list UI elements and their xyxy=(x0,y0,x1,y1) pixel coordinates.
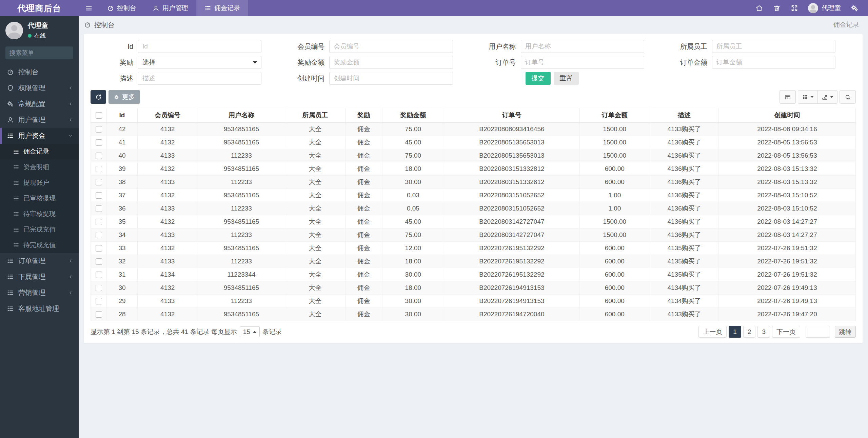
row-checkbox[interactable] xyxy=(96,126,102,133)
description-input[interactable] xyxy=(138,72,261,85)
table-cell: 2022-08-03 14:27:27 xyxy=(719,228,856,242)
reward-select[interactable]: 选择 xyxy=(138,56,261,69)
row-checkbox[interactable] xyxy=(96,272,102,278)
sidebar-subitem-withdraw-accounts[interactable]: 提现账户 xyxy=(0,175,79,191)
sidebar-item-service-address[interactable]: 客服地址管理 xyxy=(0,301,79,317)
trash-button[interactable] xyxy=(769,4,784,12)
table-row: 384133112233大全佣金30.00B202208031513328126… xyxy=(91,176,856,189)
nav-tab-dashboard[interactable]: 控制台 xyxy=(99,0,144,16)
table-cell: 1500.00 xyxy=(579,215,650,228)
user-name-input[interactable] xyxy=(521,40,644,53)
page-size-select[interactable]: 15 xyxy=(240,326,260,337)
member-no-input[interactable] xyxy=(329,40,453,53)
navbar-tabs: 控制台 用户管理 佣金记录 xyxy=(79,0,752,16)
sidebar-subitem-commission-records[interactable]: 佣金记录 xyxy=(0,144,79,159)
sidebar-subitem-label: 已审核提现 xyxy=(23,194,56,203)
reset-button[interactable]: 重置 xyxy=(554,72,579,85)
staff-input[interactable] xyxy=(712,40,835,53)
fullscreen-button[interactable] xyxy=(787,4,802,12)
list-icon xyxy=(13,164,19,171)
table-row: 3541329534851165大全佣金45.00B20220803142727… xyxy=(91,215,856,228)
jump-button[interactable]: 跳转 xyxy=(835,326,856,338)
sidebar-item-order-management[interactable]: 订单管理 xyxy=(0,253,79,269)
sidebar-subitem-fund-details[interactable]: 资金明细 xyxy=(0,159,79,175)
table-row: 344133112233大全佣金75.00B202208031427270471… xyxy=(91,228,856,242)
order-no-input[interactable] xyxy=(521,56,644,69)
search-toggle-button[interactable] xyxy=(840,90,856,104)
reward-amount-input[interactable] xyxy=(329,56,453,69)
page-button-2[interactable]: 2 xyxy=(743,326,756,338)
table-cell: 4136购买了 xyxy=(650,202,719,215)
table-cell: 4132 xyxy=(137,136,198,149)
menu-search-input[interactable] xyxy=(9,49,88,57)
nav-tab-commission[interactable]: 佣金记录 xyxy=(196,0,248,16)
table-cell: 45.00 xyxy=(382,215,444,228)
column-header: 订单金额 xyxy=(579,108,650,123)
table-cell: 佣金 xyxy=(346,162,382,176)
sidebar-subitem-approved-withdrawals[interactable]: 已审核提现 xyxy=(0,191,79,206)
prev-page-button[interactable]: 上一页 xyxy=(698,326,727,338)
order-amount-input[interactable] xyxy=(712,56,835,69)
row-checkbox[interactable] xyxy=(96,139,102,146)
sidebar-item-label: 用户资金 xyxy=(18,131,64,140)
sidebar-item-permissions[interactable]: 权限管理 xyxy=(0,80,79,96)
row-checkbox[interactable] xyxy=(96,192,102,199)
filter-field-staff: 所属员工 xyxy=(665,40,856,53)
table-cell: 600.00 xyxy=(579,242,650,255)
submit-button[interactable]: 提交 xyxy=(526,72,551,85)
row-checkbox[interactable] xyxy=(96,153,102,159)
sidebar-item-subordinate-management[interactable]: 下属管理 xyxy=(0,269,79,285)
export-button[interactable] xyxy=(817,90,837,104)
row-checkbox[interactable] xyxy=(96,166,102,172)
table-cell: 9534851165 xyxy=(198,123,285,136)
sidebar-item-user-management[interactable]: 用户管理 xyxy=(0,112,79,128)
settings-button[interactable] xyxy=(847,4,862,12)
row-checkbox[interactable] xyxy=(96,285,102,291)
sidebar-toggle-button[interactable] xyxy=(79,0,99,16)
sidebar-subitem-completed-recharges[interactable]: 已完成充值 xyxy=(0,222,79,237)
detail-view-button[interactable] xyxy=(780,90,796,104)
sidebar-item-marketing-management[interactable]: 营销管理 xyxy=(0,285,79,301)
more-button[interactable]: 更多 xyxy=(108,90,140,104)
columns-button[interactable] xyxy=(798,90,818,104)
table-cell: 佣金 xyxy=(346,123,382,136)
row-checkbox[interactable] xyxy=(96,311,102,318)
row-checkbox[interactable] xyxy=(96,179,102,185)
nav-tab-users[interactable]: 用户管理 xyxy=(144,0,196,16)
home-button[interactable] xyxy=(752,4,767,12)
row-checkbox[interactable] xyxy=(96,219,102,225)
sidebar-subitem-pending-recharges[interactable]: 待完成充值 xyxy=(0,237,79,253)
sidebar-item-user-funds[interactable]: 用户资金 xyxy=(0,128,79,144)
row-select-cell xyxy=(91,255,107,268)
user-menu[interactable]: 代理童 xyxy=(805,3,844,13)
table-cell: 4136购买了 xyxy=(650,215,719,228)
column-header: 所属员工 xyxy=(285,108,346,123)
id-input[interactable] xyxy=(138,40,261,53)
table-cell: 29 xyxy=(107,295,137,308)
brand-title[interactable]: 代理商后台 xyxy=(0,0,79,16)
created-at-input[interactable] xyxy=(329,72,453,85)
row-checkbox[interactable] xyxy=(96,205,102,212)
page-button-3[interactable]: 3 xyxy=(757,326,770,338)
table-cell: 2022-08-03 15:10:52 xyxy=(719,202,856,215)
sidebar-subitem-pending-withdrawals[interactable]: 待审核提现 xyxy=(0,206,79,222)
row-checkbox[interactable] xyxy=(96,232,102,238)
sidebar-item-general-config[interactable]: 常规配置 xyxy=(0,96,79,112)
table-cell: 4133 xyxy=(137,228,198,242)
column-header: 订单号 xyxy=(444,108,579,123)
description-label: 描述 xyxy=(91,74,138,83)
select-all-checkbox[interactable] xyxy=(96,112,102,119)
next-page-button[interactable]: 下一页 xyxy=(772,326,800,338)
refresh-button[interactable] xyxy=(91,90,106,104)
row-checkbox[interactable] xyxy=(96,245,102,252)
table-cell: 2022-08-03 15:13:32 xyxy=(719,162,856,176)
jump-page-input[interactable] xyxy=(806,326,830,338)
sidebar-item-dashboard[interactable]: 控制台 xyxy=(0,64,79,80)
table-row: 3041329534851165大全佣金18.00B20220726194913… xyxy=(91,281,856,295)
table-cell: 4136购买了 xyxy=(650,176,719,189)
page-button-1[interactable]: 1 xyxy=(729,326,741,338)
column-header: 用户名称 xyxy=(198,108,285,123)
search-icon xyxy=(845,94,851,100)
row-checkbox[interactable] xyxy=(96,258,102,265)
row-checkbox[interactable] xyxy=(96,298,102,304)
